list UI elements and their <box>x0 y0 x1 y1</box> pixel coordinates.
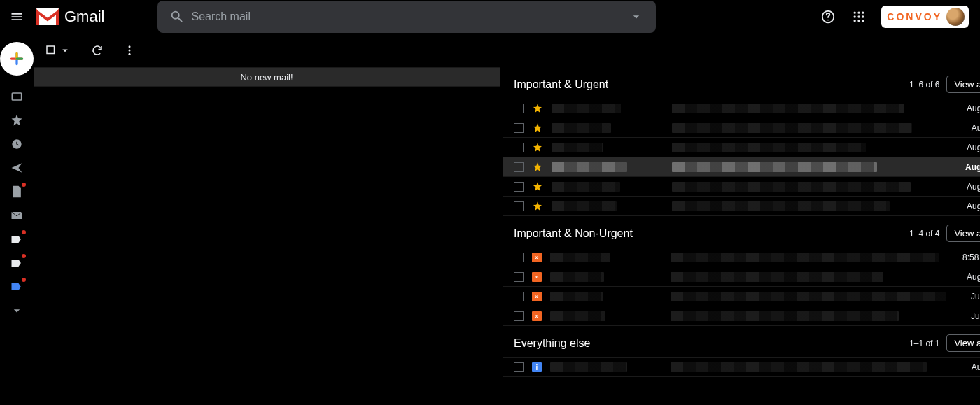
search-options-icon[interactable] <box>622 10 650 24</box>
row-sender <box>552 104 664 113</box>
mail-row[interactable]: Aug 9 <box>503 118 980 138</box>
star-icon[interactable] <box>532 201 543 212</box>
row-subject <box>671 311 946 321</box>
svg-point-10 <box>858 20 860 22</box>
row-checkbox[interactable] <box>514 143 524 152</box>
row-subject <box>672 162 946 172</box>
label-1-icon[interactable] <box>8 231 25 248</box>
mail-row[interactable]: Aug 30 <box>503 157 980 177</box>
mail-row[interactable]: Aug 30 <box>503 138 980 157</box>
section-count: 1–1 of 1 <box>909 339 939 348</box>
row-date: 8:58 AM <box>954 253 980 262</box>
row-date: Aug 9 <box>954 123 980 133</box>
svg-point-11 <box>862 20 864 22</box>
logo-area[interactable]: Gmail <box>36 8 104 26</box>
mail-icon[interactable] <box>8 207 25 224</box>
row-checkbox[interactable] <box>514 362 524 372</box>
section-header: Important & Non-Urgent1–4 of 4View all <box>503 216 980 248</box>
app-header: Gmail CONVOY <box>0 0 980 34</box>
star-icon[interactable] <box>532 103 543 114</box>
sections-pane: Important & Urgent1–6 of 6View allAug 28… <box>503 67 980 405</box>
svg-rect-0 <box>36 8 59 25</box>
menu-icon[interactable] <box>8 8 25 25</box>
star-icon[interactable] <box>532 162 543 173</box>
row-sender <box>552 182 664 192</box>
select-all-checkbox[interactable] <box>45 44 71 57</box>
mail-row[interactable]: Aug 28 <box>503 99 980 118</box>
row-subject <box>672 104 946 113</box>
svg-point-8 <box>862 15 864 17</box>
gmail-logo-icon <box>36 8 59 25</box>
view-all-button[interactable]: View all <box>946 76 980 93</box>
row-date: Aug 22 <box>954 272 980 282</box>
inbox-icon[interactable] <box>8 88 25 105</box>
apps-grid-icon[interactable] <box>850 8 867 25</box>
row-checkbox[interactable] <box>514 292 524 301</box>
svg-point-16 <box>129 50 131 52</box>
row-checkbox[interactable] <box>514 104 524 113</box>
row-date: Jul 17 <box>954 311 980 321</box>
help-icon[interactable] <box>820 8 836 25</box>
view-all-button[interactable]: View all <box>946 334 980 352</box>
row-checkbox[interactable] <box>514 182 524 192</box>
row-checkbox[interactable] <box>514 253 524 262</box>
row-checkbox[interactable] <box>514 201 524 211</box>
label-2-icon[interactable] <box>8 255 25 271</box>
toolbar <box>34 34 980 67</box>
star-icon[interactable] <box>532 122 543 134</box>
row-subject <box>672 201 946 211</box>
account-chip[interactable]: CONVOY <box>881 6 969 28</box>
row-sender <box>550 272 662 282</box>
mail-row[interactable]: iAug 5 <box>503 357 980 377</box>
row-checkbox[interactable] <box>514 311 524 321</box>
mail-row[interactable]: »8:58 AM <box>503 248 980 267</box>
row-date: Jul 29 <box>954 292 980 301</box>
row-sender <box>550 253 662 262</box>
mail-row[interactable]: »Jul 17 <box>503 306 980 326</box>
row-subject <box>671 362 946 372</box>
mail-row[interactable]: Aug 26 <box>503 177 980 197</box>
svg-point-15 <box>129 45 131 48</box>
section-header: Important & Urgent1–6 of 6View all <box>503 67 980 99</box>
section-count: 1–4 of 4 <box>909 229 939 239</box>
refresh-icon[interactable] <box>91 44 104 57</box>
drafts-icon[interactable] <box>8 183 25 200</box>
snoozed-icon[interactable] <box>8 136 25 152</box>
row-sender <box>552 123 664 133</box>
star-icon[interactable] <box>532 181 543 192</box>
search-icon[interactable] <box>163 9 191 24</box>
row-checkbox[interactable] <box>514 162 524 172</box>
info-marker-icon[interactable]: i <box>532 362 542 372</box>
svg-rect-12 <box>12 93 21 100</box>
row-checkbox[interactable] <box>514 123 524 133</box>
search-bar[interactable] <box>158 1 656 33</box>
section-title: Important & Non-Urgent <box>514 227 633 240</box>
mail-row[interactable]: Aug 26 <box>503 197 980 216</box>
empty-inbox-message: No new mail! <box>34 67 500 87</box>
star-icon[interactable] <box>532 142 543 153</box>
row-subject <box>671 253 946 262</box>
starred-icon[interactable] <box>8 112 25 129</box>
important-marker-icon[interactable]: » <box>532 292 542 301</box>
row-date: Aug 28 <box>954 104 980 113</box>
svg-point-6 <box>854 15 856 17</box>
important-marker-icon[interactable]: » <box>532 253 542 262</box>
section-title: Everything else <box>514 337 590 350</box>
label-3-icon[interactable] <box>8 278 25 295</box>
mail-row[interactable]: »Aug 22 <box>503 267 980 287</box>
view-all-button[interactable]: View all <box>946 225 980 242</box>
row-checkbox[interactable] <box>514 272 524 282</box>
row-subject <box>671 272 946 282</box>
account-brand-label: CONVOY <box>887 11 942 22</box>
row-sender <box>550 292 662 301</box>
expand-more-icon[interactable] <box>8 302 25 319</box>
row-date: Aug 26 <box>954 201 980 211</box>
more-options-icon[interactable] <box>123 44 136 57</box>
mail-row[interactable]: »Jul 29 <box>503 287 980 306</box>
sent-icon[interactable] <box>8 159 25 176</box>
important-marker-icon[interactable]: » <box>532 272 542 282</box>
search-input[interactable] <box>191 10 622 23</box>
compose-button[interactable] <box>0 42 34 76</box>
important-marker-icon[interactable]: » <box>532 311 542 321</box>
row-sender <box>552 201 664 211</box>
